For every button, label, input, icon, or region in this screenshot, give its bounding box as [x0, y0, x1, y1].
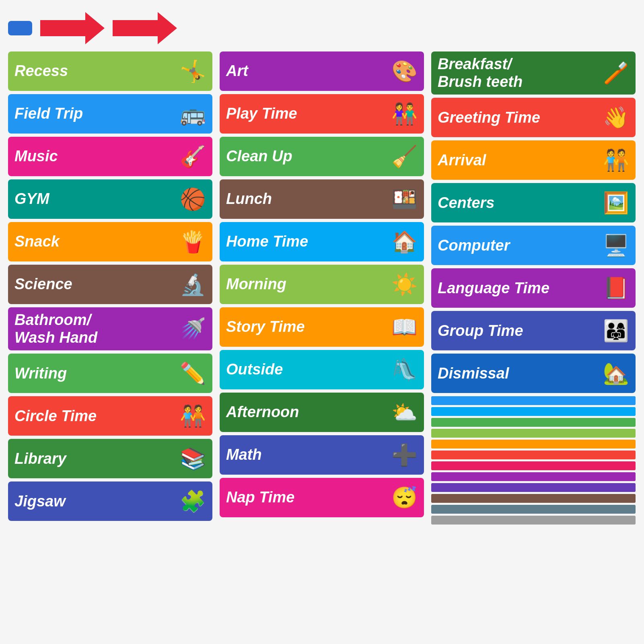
- card-label: Language Time: [438, 280, 599, 297]
- card-icon: 🏀: [180, 187, 206, 212]
- card-col3-0: Breakfast/ Brush teeth🪥: [431, 51, 636, 95]
- card-label: Clean Up: [226, 148, 387, 165]
- card-col2-1: Play Time👫: [220, 94, 424, 134]
- card-label: Science: [14, 276, 176, 293]
- blank-strips: [431, 396, 636, 525]
- card-col1-6: Bathroom/ Wash Hand🚿: [8, 307, 212, 350]
- header-row: [8, 12, 636, 44]
- card-col3-7: Dismissal🏡: [431, 354, 636, 393]
- card-icon: ✏️: [180, 361, 206, 386]
- card-col3-5: Language Time📕: [431, 268, 636, 308]
- arrow-icon-1: [40, 12, 105, 44]
- card-label: Recess: [14, 62, 176, 80]
- main-container: Recess🤸Field Trip🚌Music🎸GYM🏀Snack🍟Scienc…: [8, 12, 636, 525]
- card-label: Play Time: [226, 105, 387, 123]
- card-label: Music: [14, 148, 176, 165]
- card-icon: 🎨: [391, 59, 418, 84]
- card-col1-5: Science🔬: [8, 265, 212, 304]
- column-1: Recess🤸Field Trip🚌Music🎸GYM🏀Snack🍟Scienc…: [8, 51, 212, 521]
- card-icon: 🖥️: [603, 233, 629, 258]
- card-col3-2: Arrival🧑‍🤝‍🧑: [431, 140, 636, 180]
- blank-strip-2: [431, 418, 636, 427]
- card-icon: 👨‍👩‍👧: [603, 319, 629, 343]
- card-icon: ☀️: [391, 272, 418, 297]
- card-icon: 🤸: [180, 59, 206, 84]
- card-label: Field Trip: [14, 105, 176, 123]
- card-label: Dismissal: [438, 365, 599, 383]
- card-icon: 🖼️: [603, 191, 629, 215]
- card-label: Lunch: [226, 190, 387, 208]
- card-icon: 👋: [603, 105, 629, 130]
- card-col3-3: Centers🖼️: [431, 183, 636, 222]
- card-col2-3: Lunch🍱: [220, 179, 424, 219]
- card-label: Story Time: [226, 318, 387, 336]
- card-label: Afternoon: [226, 403, 387, 421]
- card-icon: 🎸: [180, 144, 206, 169]
- card-icon: 🧑‍🤝‍🧑: [603, 148, 629, 173]
- blank-strip-3: [431, 429, 636, 438]
- card-col2-6: Story Time📖: [220, 307, 424, 347]
- card-label: Bathroom/ Wash Hand: [14, 311, 176, 346]
- card-col1-9: Library📚: [8, 439, 212, 478]
- card-col2-5: Morning☀️: [220, 265, 424, 304]
- card-icon: 📖: [391, 315, 418, 339]
- card-col3-4: Computer🖥️: [431, 226, 636, 265]
- card-col2-7: Outside🛝: [220, 350, 424, 389]
- card-col3-6: Group Time👨‍👩‍👧: [431, 311, 636, 350]
- card-label: Greeting Time: [438, 109, 599, 127]
- blank-strip-9: [431, 494, 636, 503]
- card-col1-1: Field Trip🚌: [8, 94, 212, 134]
- arrow-icon-2: [113, 12, 177, 44]
- card-col2-8: Afternoon⛅: [220, 393, 424, 432]
- column-2: Art🎨Play Time👫Clean Up🧹Lunch🍱Home Time🏠M…: [220, 51, 424, 517]
- card-label: Math: [226, 446, 387, 464]
- card-label: Arrival: [438, 152, 599, 169]
- blank-strip-7: [431, 472, 636, 481]
- card-icon: 🧑‍🤝‍🧑: [180, 404, 206, 428]
- card-label: Writing: [14, 365, 176, 383]
- card-icon: 🔬: [180, 272, 206, 297]
- card-icon: 🍱: [391, 187, 418, 212]
- card-col3-1: Greeting Time👋: [431, 98, 636, 137]
- blank-strip-1: [431, 407, 636, 416]
- card-label: Computer: [438, 237, 599, 255]
- card-icon: 🍟: [180, 230, 206, 254]
- card-col1-2: Music🎸: [8, 137, 212, 176]
- card-icon: 🧹: [391, 144, 418, 169]
- card-icon: 🛝: [391, 358, 418, 382]
- card-col1-4: Snack🍟: [8, 222, 212, 261]
- card-icon: 📚: [180, 446, 206, 471]
- card-col2-9: Math➕: [220, 435, 424, 475]
- blank-strip-0: [431, 396, 636, 405]
- card-col1-3: GYM🏀: [8, 179, 212, 219]
- column-3: Breakfast/ Brush teeth🪥Greeting Time👋Arr…: [431, 51, 636, 525]
- card-label: Art: [226, 62, 387, 80]
- card-label: Morning: [226, 276, 387, 293]
- blank-strip-8: [431, 483, 636, 492]
- blank-strip-6: [431, 461, 636, 470]
- card-icon: 🏠: [391, 230, 418, 254]
- blank-strip-5: [431, 451, 636, 459]
- card-label: Library: [14, 450, 176, 468]
- card-col2-10: Nap Time😴: [220, 478, 424, 517]
- blank-strip-11: [431, 516, 636, 525]
- card-col1-7: Writing✏️: [8, 354, 212, 393]
- card-label: Snack: [14, 233, 176, 251]
- card-col2-0: Art🎨: [220, 51, 424, 91]
- card-icon: 🪥: [603, 61, 629, 85]
- columns-container: Recess🤸Field Trip🚌Music🎸GYM🏀Snack🍟Scienc…: [8, 51, 636, 525]
- card-icon: 🚿: [180, 317, 206, 341]
- card-icon: ➕: [391, 443, 418, 467]
- card-label: Nap Time: [226, 489, 387, 506]
- blank-strip-4: [431, 440, 636, 449]
- card-col1-10: Jigsaw🧩: [8, 481, 212, 521]
- card-icon: 😴: [391, 486, 418, 510]
- card-label: Circle Time: [14, 407, 176, 425]
- card-icon: 🚌: [180, 102, 206, 126]
- card-col1-0: Recess🤸: [8, 51, 212, 91]
- title-banner: [8, 21, 32, 35]
- card-col2-2: Clean Up🧹: [220, 137, 424, 176]
- card-label: GYM: [14, 190, 176, 208]
- card-col2-4: Home Time🏠: [220, 222, 424, 261]
- card-icon: 🧩: [180, 489, 206, 514]
